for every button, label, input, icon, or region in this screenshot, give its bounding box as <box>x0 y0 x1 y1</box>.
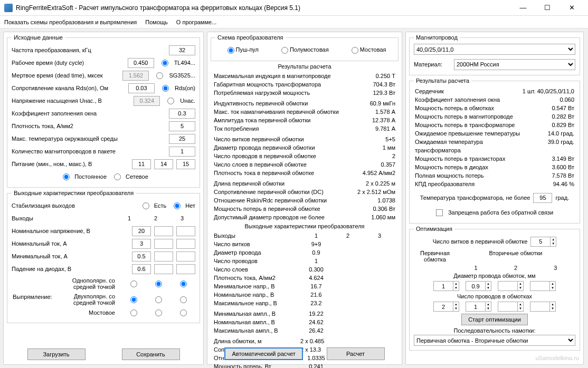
results-title: Результаты расчета <box>213 63 396 70</box>
rds-label: Сопротивление канала Rds(on), Ом <box>12 85 125 91</box>
load-button[interactable]: Загрузить <box>27 348 86 360</box>
scheme-bridge[interactable] <box>352 47 358 54</box>
kfill-input[interactable] <box>169 109 195 119</box>
outchar-title: Выходные характеристики преобразователя <box>12 190 136 196</box>
autocalc-button[interactable]: Автоматический расчет <box>224 347 302 360</box>
calc-button[interactable]: Расчет <box>327 347 385 360</box>
core-group: Магнитопровод 40,0/25,0/11,0 Материал:20… <box>409 34 580 75</box>
core-size-select[interactable]: 40,0/25,0/11,0 <box>414 44 575 55</box>
vdrop2-input[interactable] <box>154 264 173 274</box>
stab-label: Стабилизация выходов <box>12 202 135 209</box>
menu-schemes[interactable]: Показать схемы преобразования и выпрямле… <box>4 19 137 25</box>
menu-about[interactable]: О программе... <box>176 19 216 25</box>
rds-radio[interactable] <box>162 85 169 92</box>
minimize-button[interactable]: — <box>511 0 535 16</box>
vnom2-input[interactable] <box>154 226 173 236</box>
usat-input <box>134 96 160 106</box>
ncore-label: Количество магнитопроводов в пакете <box>12 148 166 154</box>
opt-group: Оптимизация Число витков в первичной обм… <box>409 226 580 351</box>
start-opt-button[interactable]: Старт оптимизации <box>461 314 528 325</box>
input-group: Исходные данные Частота преобразования, … <box>7 34 200 188</box>
vnom1-input[interactable] <box>132 226 151 236</box>
n3-spin[interactable]: ▲▼ <box>530 302 556 312</box>
rect3-1[interactable] <box>130 309 137 316</box>
inom2-input[interactable] <box>154 239 173 249</box>
watermark: uSamodelkina.ru <box>535 355 579 361</box>
rect1-3[interactable] <box>180 280 187 287</box>
input-title: Исходные данные <box>12 34 65 41</box>
stab-yes-radio[interactable] <box>143 202 149 209</box>
scheme-halfbridge[interactable] <box>281 47 288 54</box>
core-material-select[interactable]: 2000НМ Россия <box>454 59 575 70</box>
tmax-trans-input[interactable] <box>533 193 552 203</box>
right-panel: Магнитопровод 40,0/25,0/11,0 Материал:20… <box>405 32 584 365</box>
rect3-3[interactable] <box>180 309 187 316</box>
pmax-input[interactable] <box>176 159 195 169</box>
imin3-input[interactable] <box>176 251 195 262</box>
app-icon <box>4 4 13 12</box>
kfill-label: Коэффициент заполнения окна <box>12 110 166 117</box>
pnom-input[interactable] <box>154 159 173 169</box>
center-panel: Схема преобразователя Пуш-пул Полумостов… <box>207 32 402 365</box>
ptype-dc-radio[interactable] <box>63 173 70 180</box>
n2-spin[interactable]: ▲▼ <box>498 302 524 312</box>
n1-spin[interactable]: ▲▼ <box>466 302 491 312</box>
tmax-label: Макс. температура окружающей среды <box>12 135 166 142</box>
ptype-ac-radio[interactable] <box>114 173 121 180</box>
outs-label: Выходы <box>12 215 113 221</box>
rds-input[interactable] <box>128 83 155 93</box>
duty-label: Рабочее время (duty cycle) <box>12 60 125 66</box>
scheme-group: Схема преобразователя Пуш-пул Полумостов… <box>211 34 399 61</box>
scheme-pushpull[interactable] <box>227 47 234 54</box>
close-button[interactable]: ✕ <box>559 0 584 16</box>
rect2-2[interactable] <box>155 296 162 303</box>
nofb-checkbox[interactable] <box>436 209 443 216</box>
d3-spin[interactable]: ▲▼ <box>530 281 556 291</box>
rect1-1[interactable] <box>130 280 137 287</box>
maximize-button[interactable]: ☐ <box>535 0 559 16</box>
window-title: RingFerriteExtraSoft - Расчет импульсног… <box>16 4 511 12</box>
rres-group: Результаты расчета Сердечник1 шт. 40,0/2… <box>409 78 580 224</box>
nprim-spin[interactable]: ▲▼ <box>530 237 556 247</box>
jcur-label: Плотность тока, А/мм2 <box>12 123 166 129</box>
d2-spin[interactable]: ▲▼ <box>498 281 524 291</box>
save-button[interactable]: Сохранить <box>122 348 180 360</box>
duty-radio-tl494[interactable] <box>162 60 168 66</box>
n0-spin[interactable]: ▲▼ <box>433 302 459 312</box>
vnom3-input[interactable] <box>176 226 195 236</box>
duty-input[interactable] <box>128 58 154 68</box>
dead-input <box>122 71 149 81</box>
rect2-3[interactable] <box>180 296 187 303</box>
vdrop3-input[interactable] <box>176 264 195 274</box>
ncore-input[interactable] <box>169 147 195 157</box>
outres-title: Выходные характеристики преобразователя <box>213 223 396 229</box>
left-panel: Исходные данные Частота преобразования, … <box>3 32 204 365</box>
vdrop1-input[interactable] <box>132 264 151 274</box>
outchar-group: Выходные характеристики преобразователя … <box>7 190 200 323</box>
stab-no-radio[interactable] <box>174 202 181 209</box>
inom1-input[interactable] <box>132 239 151 249</box>
rect-table: Выпрямление: Однополярн. со средней точк… <box>12 275 195 318</box>
imin1-input[interactable] <box>132 251 151 262</box>
rect1-2[interactable] <box>155 280 162 287</box>
rect2-1[interactable] <box>130 296 137 303</box>
tmax-input[interactable] <box>169 134 195 144</box>
usat-radio[interactable] <box>167 98 174 104</box>
inom3-input[interactable] <box>176 239 195 249</box>
dead-radio-sg3525[interactable] <box>156 72 163 79</box>
seq-select[interactable]: Первичная обмотка - Вторичные обмотки <box>414 335 575 346</box>
freq-input[interactable] <box>169 45 195 55</box>
menubar: Показать схемы преобразования и выпрямле… <box>0 16 588 28</box>
jcur-input[interactable] <box>169 121 195 131</box>
d1-spin[interactable]: ▲▼ <box>466 281 491 291</box>
dead-label: Мертвое время (dead time), мксек <box>12 72 119 79</box>
pmin-input[interactable] <box>132 159 151 169</box>
imin2-input[interactable] <box>154 251 173 262</box>
rect3-2[interactable] <box>155 309 162 316</box>
power-label: Питание (мин., ном., макс.), В <box>12 161 129 167</box>
menu-help[interactable]: Помощь <box>145 19 168 25</box>
d0-spin[interactable]: ▲▼ <box>433 281 459 291</box>
usat-label: Напряжение насыщения Uнас., В <box>12 98 130 104</box>
titlebar: RingFerriteExtraSoft - Расчет импульсног… <box>0 0 588 16</box>
freq-label: Частота преобразования, кГц <box>12 47 166 53</box>
